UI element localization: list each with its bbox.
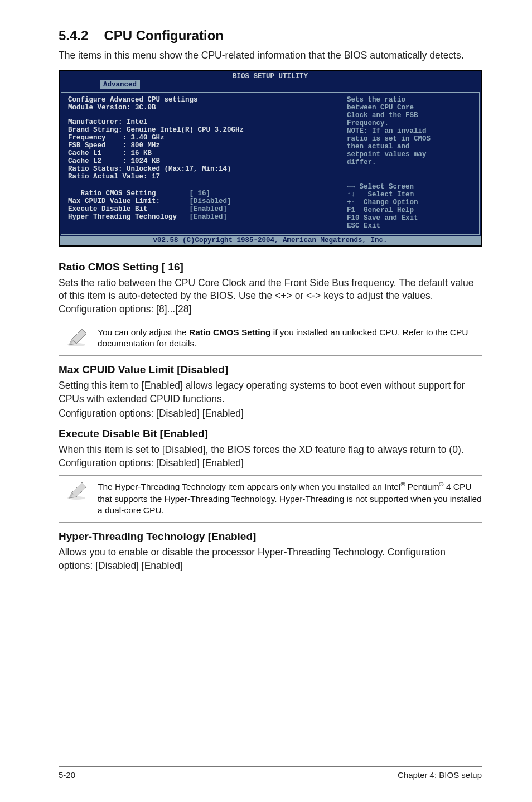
bios-setting-hyper[interactable]: Hyper Threading Technology [Enabled] [68, 213, 334, 221]
bios-tab-advanced[interactable]: Advanced [100, 80, 140, 89]
bios-ratio-status: Ratio Status: Unlocked (Max:17, Min:14) [68, 165, 334, 173]
maxcpuid-body-2: Configuration options: [Disabled] [Enabl… [59, 407, 482, 421]
bios-key-select-item: ↑↓ Select Item [347, 191, 473, 199]
section-number: 5.4.2 [59, 28, 88, 44]
maxcpuid-body-1: Setting this item to [Enabled] allows le… [59, 379, 482, 405]
bios-title: BIOS SETUP UTILITY [233, 73, 308, 80]
bios-cache-l1: Cache L1 : 16 KB [68, 149, 334, 157]
bios-brand: Brand String: Genuine Intel(R) CPU 3.20G… [68, 126, 334, 134]
page-footer: 5-20 Chapter 4: BIOS setup [59, 766, 482, 780]
bios-help-text: Sets the ratio between CPU Core Clock an… [347, 96, 473, 166]
note-ratio-text: You can only adjust the Ratio CMOS Setti… [98, 327, 482, 350]
bios-key-general-help: F1 General Help [347, 206, 473, 214]
execdis-body: When this item is set to [Disabled], the… [59, 443, 482, 470]
bios-key-select-screen: ←→ Select Screen [347, 183, 473, 191]
footer-chapter: Chapter 4: BIOS setup [398, 770, 482, 780]
bios-screenshot: BIOS SETUP UTILITY Advanced Configure Ad… [59, 70, 482, 247]
subheading-execdis: Execute Disable Bit [Enabled] [59, 428, 482, 440]
pencil-icon [59, 480, 98, 500]
note-hyper-text: The Hyper-Threading Technology item appe… [98, 480, 482, 516]
bios-fsb: FSB Speed : 800 MHz [68, 142, 334, 149]
note-hyper-threading: The Hyper-Threading Technology item appe… [59, 475, 482, 523]
bios-key-save-exit: F10 Save and Exit [347, 214, 473, 222]
pencil-icon [59, 327, 98, 347]
bios-header: BIOS SETUP UTILITY Advanced [60, 71, 481, 91]
bios-footer: v02.58 (C)Copyright 1985-2004, American … [60, 236, 481, 245]
bios-left-panel: Configure Advanced CPU settings Module V… [61, 92, 340, 235]
bios-frequency: Frequency : 3.40 GHz [68, 134, 334, 142]
bios-setting-execdis[interactable]: Execute Disable Bit [Enabled] [68, 205, 334, 213]
subheading-ratio: Ratio CMOS Setting [ 16] [59, 261, 482, 273]
footer-page-number: 5-20 [59, 770, 75, 780]
bios-key-esc-exit: ESC Exit [347, 222, 473, 230]
bios-ratio-actual: Ratio Actual Value: 17 [68, 173, 334, 181]
bios-cfg-line2: Module Version: 3C.0B [68, 104, 334, 112]
bios-key-change-option: +- Change Option [347, 199, 473, 206]
bios-cache-l2: Cache L2 : 1024 KB [68, 157, 334, 165]
bios-setting-ratio[interactable]: Ratio CMOS Setting [ 16] [68, 190, 334, 197]
bios-cfg-line1: Configure Advanced CPU settings [68, 96, 334, 104]
subheading-maxcpuid: Max CPUID Value Limit [Disabled] [59, 364, 482, 376]
bios-manufacturer: Manufacturer: Intel [68, 118, 334, 126]
ratio-body: Sets the ratio between the CPU Core Cloc… [59, 277, 482, 316]
bios-setting-maxcpuid[interactable]: Max CPUID Value Limit: [Disabled] [68, 197, 334, 205]
subheading-hyper: Hyper-Threading Technology [Enabled] [59, 530, 482, 543]
intro-paragraph: The items in this menu show the CPU-rela… [59, 49, 482, 62]
bios-help-panel: Sets the ratio between CPU Core Clock an… [340, 92, 480, 235]
section-heading: 5.4.2CPU Configuration [59, 28, 482, 44]
section-title-text: CPU Configuration [104, 28, 224, 43]
note-ratio-unlocked: You can only adjust the Ratio CMOS Setti… [59, 322, 482, 356]
hyper-body: Allows you to enable or disable the proc… [59, 546, 482, 572]
